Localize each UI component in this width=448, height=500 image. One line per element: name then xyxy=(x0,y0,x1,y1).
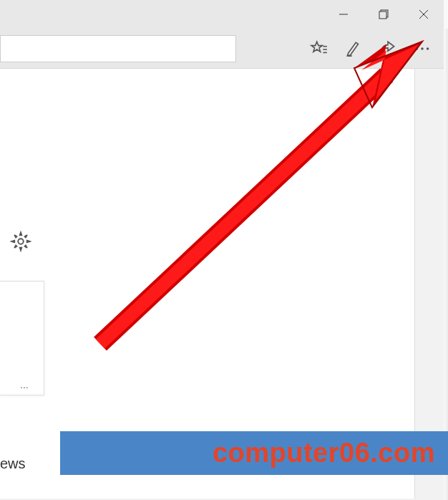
partial-heading: ews xyxy=(0,456,26,472)
maximize-button[interactable] xyxy=(364,0,404,29)
close-button[interactable] xyxy=(404,0,444,29)
minimize-icon xyxy=(339,9,349,19)
share-button[interactable] xyxy=(371,32,405,66)
close-icon xyxy=(419,9,429,19)
browser-window: ... ews xyxy=(0,0,444,500)
svg-rect-2 xyxy=(379,11,386,19)
star-lines-icon xyxy=(310,39,328,58)
content-card[interactable]: ... xyxy=(0,281,44,395)
watermark-text: computer06.com xyxy=(213,438,435,468)
svg-marker-5 xyxy=(311,42,322,52)
gear-icon xyxy=(10,231,31,252)
svg-point-10 xyxy=(421,47,423,49)
svg-point-12 xyxy=(18,239,24,244)
title-bar xyxy=(0,0,444,29)
notes-button[interactable] xyxy=(336,32,371,66)
address-bar[interactable] xyxy=(0,35,236,62)
svg-point-11 xyxy=(427,47,429,49)
settings-button[interactable] xyxy=(10,231,31,252)
minimize-button[interactable] xyxy=(323,0,364,29)
pen-icon xyxy=(344,39,363,58)
card-ellipsis: ... xyxy=(20,379,29,390)
more-button[interactable] xyxy=(405,32,439,66)
watermark-bar: computer06.com xyxy=(60,431,448,475)
share-icon xyxy=(379,39,397,58)
svg-point-9 xyxy=(416,47,418,49)
toolbar-actions xyxy=(302,32,444,66)
more-icon xyxy=(413,39,432,58)
favorites-button[interactable] xyxy=(302,32,336,66)
browser-toolbar xyxy=(0,29,444,69)
maximize-icon xyxy=(379,9,389,19)
shadow xyxy=(444,29,448,500)
